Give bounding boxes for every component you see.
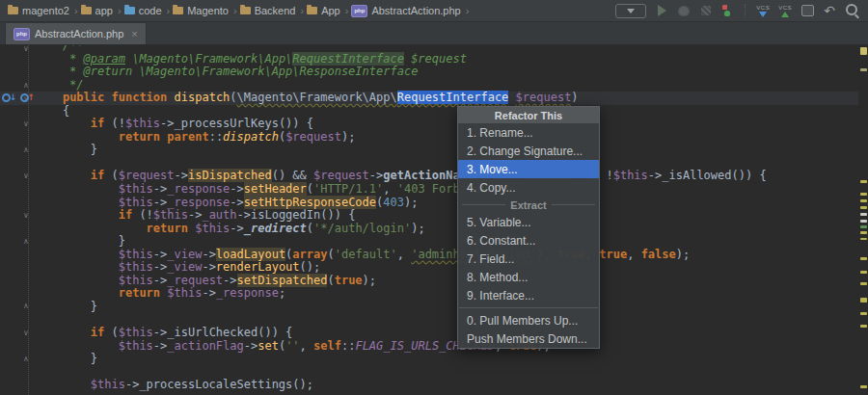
code-line: return $this->_redirect('*/auth/login'); bbox=[35, 223, 767, 236]
code-line: $this->_request->setDispatched(true); bbox=[35, 275, 767, 288]
breadcrumb-label: AbstractAction.php bbox=[371, 5, 460, 16]
stripe-mark bbox=[860, 312, 867, 315]
undo-icon[interactable]: ↶ bbox=[823, 4, 836, 17]
code-editor[interactable]: ∨∧∨∨∧∨∨∧∧∨∧ ↓ ↑ /** * @param \Magento\Fr… bbox=[0, 45, 868, 395]
fold-marker-up[interactable]: ∧ bbox=[23, 303, 29, 310]
run-configuration-dropdown[interactable] bbox=[615, 4, 646, 18]
code-line: if (!$this->_auth->isLoggedIn()) { bbox=[35, 209, 767, 223]
stripe-mark bbox=[860, 257, 867, 260]
code-line: return parent::dispatch($request); bbox=[35, 131, 767, 145]
stripe-mark bbox=[860, 231, 867, 234]
fold-marker-down[interactable]: ∨ bbox=[23, 172, 29, 180]
stripe-mark bbox=[860, 220, 867, 223]
fold-marker-up[interactable]: ∧ bbox=[23, 82, 29, 90]
menu-item-9-interface[interactable]: 9. Interface... bbox=[458, 286, 599, 304]
menu-item-7-field[interactable]: 7. Field... bbox=[458, 250, 599, 268]
menu-item-push-members-down[interactable]: Push Members Down... bbox=[458, 329, 599, 348]
stripe-mark bbox=[860, 193, 867, 196]
stripe-mark bbox=[860, 180, 867, 183]
stripe-mark bbox=[860, 385, 867, 388]
code-line: { bbox=[35, 105, 767, 118]
refactor-this-popup: Refactor This 1. Rename...2. Change Sign… bbox=[457, 106, 600, 349]
folder-icon bbox=[81, 7, 92, 14]
breadcrumb-label: Magento bbox=[187, 5, 229, 16]
breadcrumb-item-magento2[interactable]: magento2 bbox=[8, 5, 71, 16]
close-tab-icon[interactable]: × bbox=[131, 29, 137, 40]
breadcrumb-item-app[interactable]: app bbox=[81, 5, 115, 16]
code-line: $this->_view->loadLayout(array('default'… bbox=[35, 249, 767, 262]
stripe-mark bbox=[860, 199, 867, 202]
main-toolbar: VCS VCS ↶ bbox=[615, 4, 868, 18]
stripe-mark bbox=[860, 206, 867, 209]
coverage-icon[interactable] bbox=[699, 4, 713, 17]
folder-icon bbox=[8, 7, 18, 14]
code-line: $this->_view->renderLayout(); bbox=[35, 261, 767, 275]
menu-item-4-copy[interactable]: 4. Copy... bbox=[458, 178, 599, 197]
php-file-icon: php bbox=[351, 5, 367, 17]
breadcrumb-label: magento2 bbox=[22, 5, 69, 16]
debug-icon[interactable] bbox=[677, 4, 691, 17]
code-line: * @return \Magento\Framework\App\Respons… bbox=[35, 66, 767, 79]
overriding-method-icon[interactable]: ↑ bbox=[20, 93, 36, 102]
fold-marker-down[interactable]: ∨ bbox=[23, 120, 29, 128]
breadcrumb-separator: › bbox=[300, 5, 304, 16]
breadcrumb-separator: › bbox=[167, 5, 171, 16]
folder-icon bbox=[307, 7, 317, 14]
fold-marker-down[interactable]: ∨ bbox=[23, 329, 29, 337]
breadcrumb-separator: › bbox=[74, 5, 78, 16]
stripe-mark bbox=[860, 271, 867, 274]
run-icon[interactable] bbox=[655, 4, 668, 17]
menu-item-6-constant[interactable]: 6. Constant... bbox=[458, 231, 599, 250]
code-line: return $this->_response; bbox=[35, 287, 767, 301]
vcs-commit-label: VCS bbox=[778, 5, 792, 11]
changes-icon[interactable] bbox=[800, 4, 814, 17]
search-icon[interactable] bbox=[845, 4, 858, 17]
menu-item-1-rename[interactable]: 1. Rename... bbox=[458, 123, 599, 142]
menu-item-5-variable[interactable]: 5. Variable... bbox=[458, 213, 599, 231]
breadcrumb-item-app[interactable]: App bbox=[307, 5, 342, 16]
popup-title: Refactor This bbox=[458, 107, 599, 123]
breadcrumb-item-magento[interactable]: Magento bbox=[173, 5, 231, 16]
menu-item-3-move[interactable]: 3. Move... bbox=[458, 160, 599, 178]
stripe-mark bbox=[860, 213, 867, 216]
breadcrumb-separator: › bbox=[466, 5, 470, 16]
vcs-commit-icon[interactable]: VCS bbox=[778, 5, 792, 17]
breadcrumb-separator: › bbox=[345, 5, 349, 16]
fold-marker-up[interactable]: ∧ bbox=[23, 356, 29, 363]
vcs-update-icon[interactable]: VCS bbox=[756, 5, 770, 17]
fold-marker-down[interactable]: ∨ bbox=[23, 212, 29, 220]
toolbar-separator bbox=[745, 4, 746, 17]
stripe-mark bbox=[860, 238, 867, 240]
stripe-mark bbox=[860, 325, 867, 328]
code-area: /** * @param \Magento\Framework\App\Requ… bbox=[35, 45, 767, 392]
breadcrumb-item-abstractaction-php[interactable]: phpAbstractAction.php bbox=[351, 5, 462, 17]
code-line: if ($this->_isUrlChecked()) { bbox=[35, 327, 767, 340]
tab-abstractaction-php[interactable]: php AbstractAction.php × bbox=[5, 22, 147, 44]
fold-marker-up[interactable]: ∧ bbox=[23, 146, 29, 154]
fold-marker-down[interactable]: ∨ bbox=[23, 45, 29, 53]
breadcrumb-item-backend[interactable]: Backend bbox=[240, 5, 298, 16]
code-line: } bbox=[35, 301, 767, 314]
menu-item-0-pull-members-up[interactable]: 0. Pull Members Up... bbox=[458, 311, 599, 329]
overridden-method-icon[interactable]: ↓ bbox=[2, 93, 17, 102]
profiler-icon[interactable] bbox=[721, 4, 735, 17]
breadcrumb-label: app bbox=[95, 5, 113, 16]
stripe-mark bbox=[860, 225, 867, 228]
menu-section-header: Extract bbox=[458, 197, 599, 213]
breadcrumb-item-code[interactable]: code bbox=[124, 5, 164, 16]
menu-item-2-change-signature[interactable]: 2. Change Signature... bbox=[458, 142, 599, 160]
breadcrumb-separator: › bbox=[118, 5, 122, 16]
code-line: if ($request->isDispatched() && $request… bbox=[35, 170, 767, 183]
folder-icon bbox=[173, 7, 183, 14]
breadcrumb-label: Backend bbox=[255, 5, 296, 16]
code-line bbox=[35, 313, 767, 327]
breadcrumb: magento2›app›code›Magento›Backend›App›ph… bbox=[0, 5, 472, 17]
folder-blue-icon bbox=[124, 7, 135, 14]
code-line: $this->_actionFlag->set('', self::FLAG_I… bbox=[35, 340, 767, 354]
editor-tab-bar: php AbstractAction.php × bbox=[0, 22, 868, 45]
php-file-icon: php bbox=[14, 28, 30, 40]
stripe-mark bbox=[860, 298, 867, 303]
menu-item-8-method[interactable]: 8. Method... bbox=[458, 268, 599, 286]
fold-marker-up[interactable]: ∧ bbox=[23, 238, 29, 246]
stripe-mark bbox=[860, 282, 867, 285]
